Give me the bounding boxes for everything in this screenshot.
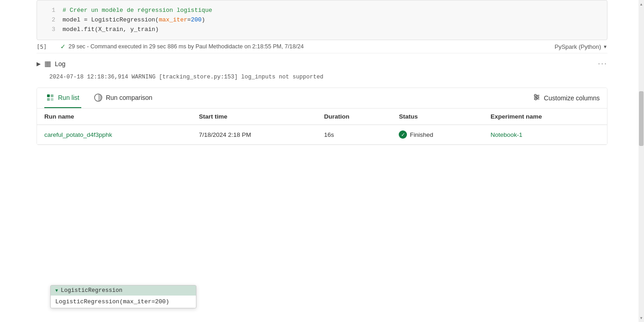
code-paren-2: ) <box>201 16 205 23</box>
log-content: 2024-07-18 12:18:36,914 WARNING [trackin… <box>37 70 607 84</box>
run-comparison-icon <box>94 93 102 102</box>
code-text-2a: model = LogisticRegression( <box>63 16 159 23</box>
tab-run-list[interactable]: Run list <box>44 88 81 108</box>
scrollbar: ▲ ▼ <box>639 0 644 322</box>
code-eq-2: = <box>187 16 191 23</box>
log-label: Log <box>55 60 594 68</box>
log-chevron-icon: ▶ <box>37 61 41 67</box>
col-header-status: Status <box>391 109 483 125</box>
scroll-down-arrow[interactable]: ▼ <box>639 315 644 321</box>
runtime-selector[interactable]: PySpark (Python) ▼ <box>554 43 607 50</box>
log-menu-button[interactable]: ··· <box>598 59 607 68</box>
cell-status-bar: [5] ✓ 29 sec - Command executed in 29 se… <box>37 40 607 53</box>
svg-rect-2 <box>47 98 50 101</box>
table-row: careful_potato_d4f3pphk 7/18/2024 2:18 P… <box>37 125 607 145</box>
svg-rect-0 <box>47 94 50 97</box>
code-param-2: max_iter <box>159 16 187 23</box>
runtime-label: PySpark (Python) <box>554 43 601 50</box>
run-table: Run name Start time Duration Status Expe… <box>37 109 607 145</box>
code-line-3: 3 model.fit(X_train, y_train) <box>44 25 600 35</box>
log-grid-icon: ▦ <box>44 59 51 68</box>
svg-point-10 <box>535 98 537 100</box>
autocomplete-body[interactable]: LogisticRegression(max_iter=200) <box>51 296 196 308</box>
tab-run-comparison-label: Run comparison <box>106 94 153 101</box>
experiment-name-link[interactable]: Notebook-1 <box>491 131 523 138</box>
code-line-2: 2 model = LogisticRegression(max_iter=20… <box>44 16 600 25</box>
customize-columns-label: Customize columns <box>544 94 600 102</box>
customize-icon <box>533 93 540 103</box>
col-header-experiment-name: Experiment name <box>483 109 607 125</box>
run-name-link[interactable]: careful_potato_d4f3pphk <box>44 131 112 138</box>
log-section: ▶ ▦ Log ··· 2024-07-18 12:18:36,914 WARN… <box>37 53 607 84</box>
code-text-3: model.fit(X_train, y_train) <box>63 26 159 33</box>
autocomplete-suggestion: LogisticRegression(max_iter=200) <box>55 298 169 305</box>
col-header-duration: Duration <box>317 109 391 125</box>
autocomplete-popup: ▼ LogisticRegression LogisticRegression(… <box>50 285 196 308</box>
autocomplete-header: ▼ LogisticRegression <box>51 286 196 296</box>
run-tabs: Run list Run comparison <box>37 88 607 109</box>
cell-duration: 16s <box>317 125 391 145</box>
code-comment-1: # Créer un modèle de régression logistiq… <box>63 7 212 14</box>
tab-run-comparison[interactable]: Run comparison <box>92 88 154 108</box>
svg-rect-3 <box>51 98 53 101</box>
line-number-1: 1 <box>44 6 55 16</box>
tab-run-list-label: Run list <box>58 94 79 101</box>
run-section: Run list Run comparison <box>37 88 607 145</box>
col-header-start-time: Start time <box>192 109 317 125</box>
log-warning-text: 2024-07-18 12:18:36,914 WARNING [trackin… <box>49 74 323 80</box>
status-finished: ✓ Finished <box>399 130 476 139</box>
status-finished-label: Finished <box>410 131 433 138</box>
col-header-run-name: Run name <box>37 109 192 125</box>
cell-experiment-name: Notebook-1 <box>483 125 607 145</box>
cell-start-time: 7/18/2024 2:18 PM <box>192 125 317 145</box>
cell-number: [5] <box>37 43 55 50</box>
status-check-icon: ✓ <box>60 43 66 50</box>
scrollbar-thumb[interactable] <box>639 91 644 146</box>
execution-message: 29 sec - Command executed in 29 sec 886 … <box>69 43 554 50</box>
log-header[interactable]: ▶ ▦ Log ··· <box>37 57 607 70</box>
autocomplete-arrow-icon: ▼ <box>55 288 58 293</box>
line-number-2: 2 <box>44 16 55 25</box>
cell-run-name: careful_potato_d4f3pphk <box>37 125 192 145</box>
svg-point-8 <box>534 94 536 96</box>
cell-status: ✓ Finished <box>391 125 483 145</box>
scroll-up-arrow[interactable]: ▲ <box>639 1 644 7</box>
line-number-3: 3 <box>44 25 55 35</box>
run-list-icon <box>46 93 54 102</box>
code-value-2: 200 <box>191 16 201 23</box>
svg-rect-1 <box>51 94 53 97</box>
code-cell: 1 # Créer un modèle de régression logist… <box>37 0 607 40</box>
runtime-caret-icon: ▼ <box>603 44 607 49</box>
autocomplete-header-text: LogisticRegression <box>61 287 122 294</box>
svg-point-9 <box>537 96 538 98</box>
customize-columns-button[interactable]: Customize columns <box>533 90 600 106</box>
code-line-1: 1 # Créer un modèle de régression logist… <box>44 6 600 16</box>
status-check-circle-icon: ✓ <box>399 130 407 139</box>
